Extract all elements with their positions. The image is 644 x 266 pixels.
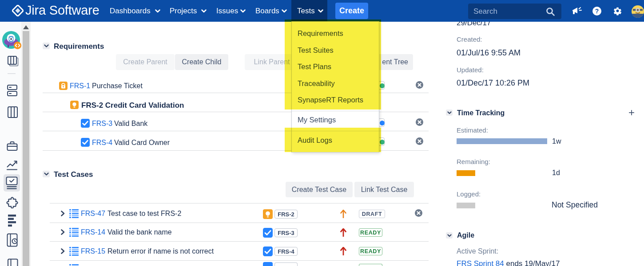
svg-text:?: ? bbox=[595, 8, 599, 15]
